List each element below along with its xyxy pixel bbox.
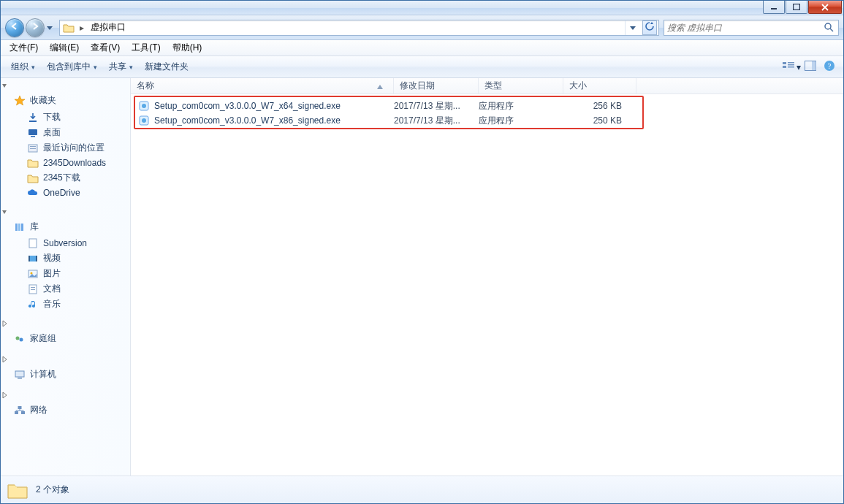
expand-icon[interactable] xyxy=(1,391,8,401)
menu-view[interactable]: 查看(V) xyxy=(85,40,126,56)
refresh-icon xyxy=(645,21,655,34)
expand-icon[interactable] xyxy=(1,355,8,365)
music-icon xyxy=(27,299,39,310)
sidebar-item-2345download-cn[interactable]: 2345下载 xyxy=(1,170,130,186)
search-input[interactable] xyxy=(667,23,824,33)
sidebar-item-onedrive[interactable]: OneDrive xyxy=(1,186,130,200)
menu-edit[interactable]: 编辑(E) xyxy=(44,40,85,56)
svg-rect-17 xyxy=(30,148,36,149)
folder-icon xyxy=(7,480,28,500)
svg-rect-34 xyxy=(15,411,18,414)
svg-rect-19 xyxy=(18,224,20,231)
newfolder-label: 新建文件夹 xyxy=(145,61,189,73)
svg-point-2 xyxy=(825,23,831,29)
svg-rect-9 xyxy=(812,61,816,70)
expand-icon[interactable] xyxy=(1,81,8,91)
file-row[interactable]: Setup_com0com_v3.0.0.0_W7_x64_signed.exe… xyxy=(131,99,843,113)
view-options-button[interactable]: ▾ xyxy=(782,59,801,75)
svg-rect-16 xyxy=(30,146,36,147)
refresh-button[interactable] xyxy=(642,20,657,35)
help-button[interactable]: ? xyxy=(820,59,839,75)
svg-rect-33 xyxy=(18,378,22,379)
navigation-pane[interactable]: 收藏夹 下载 桌面 最近访问的位置 2345Downloads 2345下载 O… xyxy=(1,78,131,476)
svg-rect-4 xyxy=(783,66,786,68)
menu-help[interactable]: 帮助(H) xyxy=(167,40,208,56)
sidebar-group-favorites[interactable]: 收藏夹 xyxy=(1,91,130,110)
sidebar-item-desktop[interactable]: 桌面 xyxy=(1,125,130,140)
sidebar-item-pictures[interactable]: 图片 xyxy=(1,266,130,281)
sidebar-item-2345downloads[interactable]: 2345Downloads xyxy=(1,156,130,170)
svg-rect-6 xyxy=(788,64,794,66)
nav-buttons xyxy=(5,18,55,37)
sidebar-group-network[interactable]: 网络 xyxy=(1,401,130,419)
menu-bar: 文件(F) 编辑(E) 查看(V) 工具(T) 帮助(H) xyxy=(1,40,843,56)
nav-history-dropdown[interactable] xyxy=(45,20,55,36)
sidebar-item-subversion[interactable]: Subversion xyxy=(1,236,130,251)
arrow-left-icon xyxy=(10,22,19,33)
share-button[interactable]: 共享 ▾ xyxy=(103,58,139,75)
file-type: 应用程序 xyxy=(479,115,563,127)
svg-point-30 xyxy=(16,336,20,340)
file-row[interactable]: Setup_com0com_v3.0.0.0_W7_x86_signed.exe… xyxy=(131,113,843,128)
maximize-button[interactable] xyxy=(786,1,807,14)
preview-pane-button[interactable] xyxy=(801,59,820,75)
sidebar-group-libraries[interactable]: 库 xyxy=(1,218,130,236)
cloud-icon xyxy=(27,187,39,199)
sidebar-group-homegroup[interactable]: 家庭组 xyxy=(1,329,130,348)
picture-icon xyxy=(27,268,39,280)
svg-rect-7 xyxy=(788,66,794,68)
computer-label: 计算机 xyxy=(30,368,56,381)
file-size: 256 KB xyxy=(563,101,636,111)
network-label: 网络 xyxy=(30,404,47,416)
file-size: 250 KB xyxy=(563,115,636,126)
chevron-down-icon: ▾ xyxy=(129,64,133,71)
close-button[interactable] xyxy=(808,1,842,14)
command-bar: 组织 ▾ 包含到库中 ▾ 共享 ▾ 新建文件夹 ▾ ? xyxy=(1,56,843,78)
exe-icon xyxy=(138,100,150,112)
address-bar[interactable]: ▸ 虚拟串口 xyxy=(59,20,659,36)
sidebar-item-recent[interactable]: 最近访问的位置 xyxy=(1,140,130,156)
address-dropdown[interactable] xyxy=(625,20,639,35)
file-list[interactable]: Setup_com0com_v3.0.0.0_W7_x64_signed.exe… xyxy=(131,94,843,476)
library-icon xyxy=(14,221,26,233)
folder-icon xyxy=(27,172,39,184)
sidebar-item-downloads[interactable]: 下载 xyxy=(1,110,130,125)
column-size[interactable]: 大小 xyxy=(563,78,636,93)
sidebar-item-music[interactable]: 音乐 xyxy=(1,297,130,312)
document-icon xyxy=(27,237,39,249)
minimize-button[interactable] xyxy=(763,1,785,14)
column-name[interactable]: 名称 xyxy=(131,78,394,93)
menu-tools[interactable]: 工具(T) xyxy=(126,40,166,56)
sidebar-item-documents[interactable]: 文档 xyxy=(1,281,130,297)
svg-rect-1 xyxy=(794,4,800,10)
forward-button[interactable] xyxy=(26,18,45,37)
search-box[interactable] xyxy=(664,20,839,36)
file-name: Setup_com0com_v3.0.0.0_W7_x86_signed.exe xyxy=(154,115,341,126)
expand-icon[interactable] xyxy=(1,319,8,329)
svg-rect-32 xyxy=(15,371,24,377)
svg-rect-35 xyxy=(21,411,25,414)
menu-file[interactable]: 文件(F) xyxy=(4,40,44,56)
help-icon: ? xyxy=(824,60,835,74)
nav-area: ▸ 虚拟串口 xyxy=(1,15,843,40)
include-in-library-button[interactable]: 包含到库中 ▾ xyxy=(41,58,103,75)
sidebar-group-computer[interactable]: 计算机 xyxy=(1,365,130,383)
column-date[interactable]: 修改日期 xyxy=(394,78,479,93)
svg-rect-5 xyxy=(788,62,794,64)
breadcrumb-current[interactable]: 虚拟串口 xyxy=(89,21,127,34)
window-titlebar xyxy=(1,1,843,15)
svg-rect-28 xyxy=(31,287,35,288)
breadcrumb-separator-icon[interactable]: ▸ xyxy=(77,23,86,33)
download-icon xyxy=(27,112,39,123)
expand-icon[interactable] xyxy=(1,207,8,218)
file-name: Setup_com0com_v3.0.0.0_W7_x64_signed.exe xyxy=(154,101,341,111)
network-icon xyxy=(14,405,26,416)
svg-point-26 xyxy=(31,272,33,274)
column-type[interactable]: 类型 xyxy=(479,78,563,93)
svg-rect-23 xyxy=(28,256,30,261)
libraries-label: 库 xyxy=(30,221,39,233)
new-folder-button[interactable]: 新建文件夹 xyxy=(139,58,194,75)
organize-button[interactable]: 组织 ▾ xyxy=(5,58,41,75)
sidebar-item-videos[interactable]: 视频 xyxy=(1,251,130,266)
back-button[interactable] xyxy=(5,18,24,37)
